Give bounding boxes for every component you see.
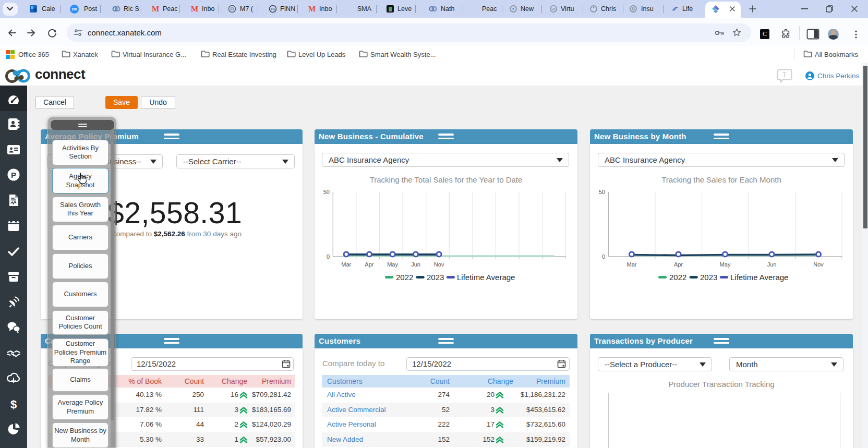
svg-text:P: P bbox=[11, 171, 16, 179]
svg-text:50: 50 bbox=[323, 189, 330, 195]
svg-text:Nov: Nov bbox=[813, 261, 824, 268]
svg-text:May: May bbox=[387, 261, 398, 268]
svg-text:50: 50 bbox=[599, 189, 605, 195]
svg-text:2022: 2022 bbox=[669, 273, 686, 282]
svg-text:0: 0 bbox=[602, 253, 605, 260]
svg-text:Apr: Apr bbox=[674, 261, 683, 268]
svg-text:Lifetime Average: Lifetime Average bbox=[457, 273, 515, 282]
svg-text:VG: VG bbox=[551, 8, 556, 11]
svg-text:0: 0 bbox=[327, 253, 330, 260]
svg-text:2023: 2023 bbox=[700, 273, 717, 282]
svg-text:Mar: Mar bbox=[341, 261, 351, 268]
svg-text:Nov: Nov bbox=[434, 261, 444, 268]
svg-text:$: $ bbox=[10, 398, 17, 411]
svg-text:May: May bbox=[720, 261, 731, 268]
svg-text:Lifetime Average: Lifetime Average bbox=[730, 273, 788, 282]
svg-text:Apr: Apr bbox=[365, 261, 373, 268]
svg-text:FN: FN bbox=[271, 8, 275, 11]
svg-text:T: T bbox=[782, 71, 787, 79]
svg-text:Jun: Jun bbox=[767, 261, 777, 268]
svg-text:2022: 2022 bbox=[396, 273, 413, 282]
svg-text:Mar: Mar bbox=[627, 261, 637, 268]
svg-text:Jun: Jun bbox=[411, 261, 420, 268]
svg-text:2023: 2023 bbox=[427, 273, 444, 282]
